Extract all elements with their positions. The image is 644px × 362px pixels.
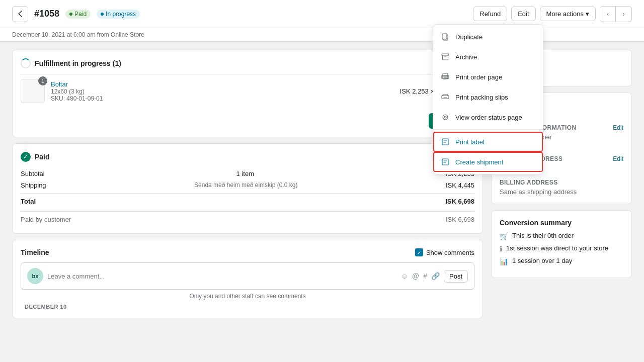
comment-box: bs ☺ @ # 🔗 Post <box>21 262 474 290</box>
contact-edit-link[interactable]: Edit <box>613 124 623 131</box>
chevron-down-icon: ▾ <box>586 10 589 18</box>
fulfillment-spinner-icon <box>21 58 31 68</box>
dropdown-item-archive[interactable]: Archive <box>433 47 543 67</box>
order-number: #1058 <box>34 9 59 19</box>
line-item: 1 Boltar 12x60 (3 kg) SKU: 480-01-09-01 … <box>21 74 474 107</box>
print-packing-icon <box>440 92 450 102</box>
paid-header: ✓ Paid <box>21 152 474 162</box>
header-actions: Refund Edit More actions ▾ ‹ › <box>473 6 632 22</box>
comment-icons: ☺ @ # 🔗 Post <box>401 270 468 283</box>
paid-badge: Paid <box>65 10 91 19</box>
subtotal-row: Subtotal 1 item ISK 2,253 <box>21 168 474 179</box>
svg-rect-9 <box>442 159 448 165</box>
billing-label: BILLING ADDRESS <box>500 179 558 186</box>
main-layout: Fulfillment in progress (1) 1 Boltar 12x… <box>0 42 644 359</box>
session-icon: ℹ <box>500 245 502 253</box>
show-comments-checkbox[interactable]: ✓ <box>415 248 423 256</box>
conv-item-3: 📊 1 session over 1 day <box>500 257 623 265</box>
show-comments-toggle[interactable]: ✓ Show comments <box>415 248 474 256</box>
duplicate-icon <box>440 32 450 42</box>
avatar: bs <box>27 268 43 284</box>
comment-hint: Only you and other staff can see comment… <box>21 293 474 300</box>
item-details: Boltar 12x60 (3 kg) SKU: 480-01-09-01 <box>51 80 394 102</box>
shipping-row: Shipping Senda með heim með eimskip (0.0… <box>21 179 474 191</box>
billing-header: BILLING ADDRESS <box>500 179 623 186</box>
svg-point-7 <box>444 116 446 118</box>
header: #1058 Paid In progress Refund Edit More … <box>0 0 644 28</box>
item-image: 1 <box>21 79 45 103</box>
mention-icon[interactable]: @ <box>412 272 419 280</box>
create-shipment-icon <box>440 157 450 167</box>
total-row: Total ISK 6,698 <box>21 193 474 207</box>
item-name[interactable]: Boltar <box>51 80 394 88</box>
fulfillment-header: Fulfillment in progress (1) <box>21 58 474 68</box>
left-column: Fulfillment in progress (1) 1 Boltar 12x… <box>12 50 483 351</box>
dropdown-item-print-label[interactable]: Print label <box>433 132 543 152</box>
conversion-title: Conversion summary <box>500 219 623 227</box>
paid-by-row: Paid by customer ISK 6,698 <box>21 211 474 225</box>
fulfill-button-wrap: Fulfill item <box>21 113 474 129</box>
dropdown-divider <box>433 129 543 130</box>
more-actions-button[interactable]: More actions ▾ <box>540 7 596 21</box>
billing-section: BILLING ADDRESS Same as shipping address <box>500 179 623 196</box>
nav-arrows: ‹ › <box>600 6 632 22</box>
dropdown-item-view-status[interactable]: View order status page <box>433 107 543 127</box>
next-order-button[interactable]: › <box>616 6 632 22</box>
print-label-icon <box>440 137 450 147</box>
orders-icon: 🛒 <box>500 232 508 240</box>
attachment-icon[interactable]: 🔗 <box>431 272 440 280</box>
item-sku: SKU: 480-01-09-01 <box>51 95 394 102</box>
dropdown-item-print-packing[interactable]: Print packing slips <box>433 87 543 107</box>
timeline-header: Timeline ✓ Show comments <box>21 248 474 256</box>
comment-input[interactable] <box>47 273 397 280</box>
archive-icon <box>440 52 450 62</box>
view-status-icon <box>440 112 450 122</box>
dropdown-item-create-shipment[interactable]: Create shipment <box>433 152 543 172</box>
paid-title: Paid <box>35 153 50 161</box>
post-button[interactable]: Post <box>444 270 468 283</box>
edit-button[interactable]: Edit <box>511 7 535 21</box>
dropdown-item-print-order[interactable]: Print order page <box>433 67 543 87</box>
shipping-edit-link[interactable]: Edit <box>613 155 623 162</box>
dropdown-item-duplicate[interactable]: Duplicate <box>433 27 543 47</box>
more-actions-dropdown: Duplicate Archive Print ord <box>433 24 543 174</box>
conversion-card: Conversion summary 🛒 This is their 0th o… <box>491 210 632 278</box>
svg-rect-2 <box>442 54 449 55</box>
timeline-card: Timeline ✓ Show comments bs ☺ @ # 🔗 Post <box>12 240 483 318</box>
billing-same: Same as shipping address <box>500 188 623 196</box>
timeline-title: Timeline <box>21 248 49 256</box>
fulfillment-card: Fulfillment in progress (1) 1 Boltar 12x… <box>12 50 483 137</box>
item-variant: 12x60 (3 kg) <box>51 88 394 95</box>
conv-item-2: ℹ 1st session was direct to your store <box>500 244 623 253</box>
emoji-icon[interactable]: ☺ <box>401 272 408 280</box>
order-meta: December 10, 2021 at 6:00 am from Online… <box>0 28 644 42</box>
svg-rect-8 <box>442 139 448 145</box>
refund-button[interactable]: Refund <box>473 7 507 21</box>
timeline-date: DECEMBER 10 <box>21 304 474 310</box>
prev-order-button[interactable]: ‹ <box>600 6 616 22</box>
svg-point-6 <box>443 115 448 120</box>
conv-item-1: 🛒 This is their 0th order <box>500 232 623 240</box>
svg-rect-1 <box>442 34 447 39</box>
paid-check-icon: ✓ <box>21 152 31 162</box>
paid-card: ✓ Paid Subtotal 1 item ISK 2,253 Shippin… <box>12 143 483 234</box>
fulfillment-title: Fulfillment in progress (1) <box>35 59 121 67</box>
print-order-icon <box>440 72 450 82</box>
progress-badge: In progress <box>97 10 140 19</box>
sessions-icon: 📊 <box>500 257 508 265</box>
hashtag-icon[interactable]: # <box>423 272 427 280</box>
back-button[interactable] <box>12 6 28 22</box>
item-qty-badge: 1 <box>38 76 47 85</box>
